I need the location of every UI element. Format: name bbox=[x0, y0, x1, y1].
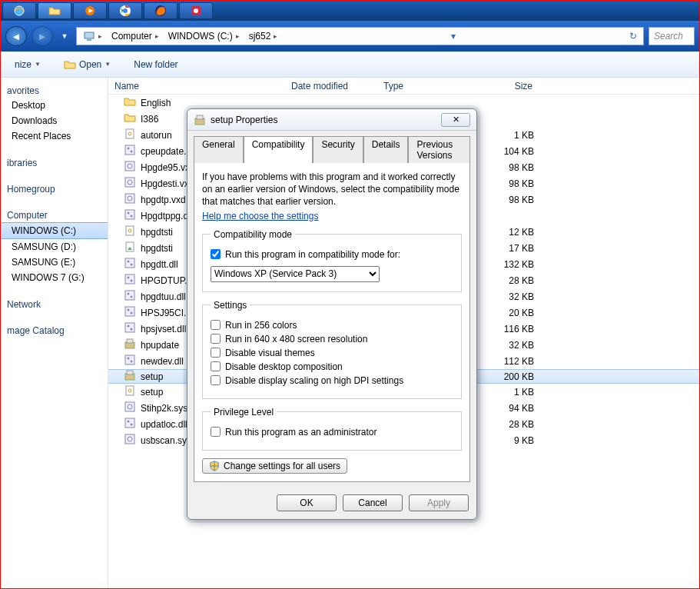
legend-settings: Settings bbox=[211, 300, 250, 311]
taskbar-explorer[interactable] bbox=[38, 2, 71, 19]
nav-header-libraries: ibraries bbox=[1, 153, 108, 170]
svg-point-29 bbox=[131, 264, 133, 266]
svg-rect-43 bbox=[127, 339, 133, 343]
tab-previous-versions[interactable]: Previous Versions bbox=[408, 136, 470, 163]
dialog-titlebar[interactable]: setup Properties ✕ bbox=[187, 109, 476, 131]
file-icon bbox=[124, 241, 136, 255]
sidebar-item-desktop[interactable]: Desktop bbox=[1, 98, 108, 113]
apply-button[interactable]: Apply bbox=[409, 494, 469, 511]
svg-rect-12 bbox=[125, 145, 134, 155]
lbl-admin: Run this program as an administrator bbox=[225, 427, 377, 438]
installer-icon bbox=[194, 114, 206, 126]
breadcrumb-item[interactable]: WINDOWS (C:)▸ bbox=[164, 28, 244, 45]
open-button[interactable]: Open ▼ bbox=[58, 55, 117, 74]
tab-security[interactable]: Security bbox=[313, 136, 363, 163]
taskbar-wmp[interactable] bbox=[73, 2, 107, 19]
cb-640[interactable] bbox=[211, 334, 221, 344]
sidebar-item-recent[interactable]: Recent Places bbox=[1, 128, 108, 144]
newfolder-button[interactable]: New folder bbox=[128, 56, 184, 73]
file-name: hpgdtt.dll bbox=[141, 259, 178, 270]
properties-dialog: setup Properties ✕ General Compatibility… bbox=[187, 108, 477, 520]
organize-button[interactable]: nize ▼ bbox=[8, 56, 47, 73]
col-date[interactable]: Date modified bbox=[285, 81, 377, 92]
file-name: hpgdtsti bbox=[141, 243, 173, 254]
file-icon bbox=[124, 225, 136, 239]
folder-icon bbox=[48, 5, 61, 17]
col-name[interactable]: Name bbox=[108, 81, 285, 92]
svg-point-35 bbox=[131, 296, 133, 298]
taskbar-chrome[interactable] bbox=[108, 2, 142, 19]
breadcrumb-root[interactable]: ▸ bbox=[78, 28, 107, 45]
cancel-button[interactable]: Cancel bbox=[343, 494, 403, 511]
back-button[interactable]: ◄ bbox=[5, 26, 27, 46]
file-icon bbox=[124, 384, 136, 399]
search-input[interactable]: Search bbox=[649, 27, 695, 45]
legend-compat: Compatibility mode bbox=[211, 229, 295, 240]
tab-details[interactable]: Details bbox=[363, 136, 409, 163]
file-icon bbox=[124, 111, 136, 126]
sidebar-item-downloads[interactable]: Downloads bbox=[1, 113, 108, 128]
svg-rect-30 bbox=[125, 275, 134, 284]
cb-256[interactable] bbox=[211, 320, 221, 330]
file-name: I386 bbox=[141, 114, 158, 125]
file-icon bbox=[124, 354, 136, 368]
sidebar-item-drive-d[interactable]: SAMSUNG (D:) bbox=[1, 239, 108, 255]
group-privilege: Privilege Level Run this program as an a… bbox=[202, 407, 462, 451]
file-size: 98 KB bbox=[485, 195, 539, 205]
cb-visual[interactable] bbox=[211, 348, 221, 358]
breadcrumb-item[interactable]: Computer▸ bbox=[107, 28, 164, 45]
forward-button[interactable]: ► bbox=[32, 26, 53, 46]
svg-rect-8 bbox=[85, 32, 94, 38]
col-type[interactable]: Type bbox=[377, 81, 485, 92]
cb-dpi[interactable] bbox=[211, 375, 221, 385]
btn-all-users[interactable]: Change settings for all users bbox=[202, 458, 347, 474]
sidebar-item-drive-e[interactable]: SAMSUNG (E:) bbox=[1, 255, 108, 270]
sidebar-item-drive-g[interactable]: WINDOWS 7 (G:) bbox=[1, 270, 108, 285]
taskbar-snagit[interactable] bbox=[179, 2, 213, 19]
help-link[interactable]: Help me choose the settings bbox=[202, 211, 318, 221]
file-icon bbox=[124, 208, 136, 223]
svg-rect-48 bbox=[127, 371, 133, 374]
file-name: hpsjvset.dll bbox=[141, 324, 186, 334]
breadcrumb[interactable]: ▸ Computer▸ WINDOWS (C:)▸ sj652▸ ▾ ↻ bbox=[76, 27, 644, 45]
toolbar: nize ▼ Open ▼ New folder bbox=[1, 52, 699, 78]
file-icon bbox=[124, 289, 136, 304]
address-dropdown[interactable]: ▾ bbox=[446, 31, 460, 42]
column-headers[interactable]: Name Date modified Type Size bbox=[108, 78, 699, 95]
dialog-title: setup Properties bbox=[211, 115, 277, 125]
file-size: 32 KB bbox=[485, 340, 539, 351]
combo-os[interactable]: Windows XP (Service Pack 3) bbox=[211, 266, 380, 282]
tab-compatibility[interactable]: Compatibility bbox=[244, 136, 314, 163]
cb-run-compat[interactable] bbox=[211, 249, 221, 259]
svg-rect-36 bbox=[125, 307, 134, 316]
lbl-640: Run in 640 x 480 screen resolution bbox=[225, 334, 367, 344]
file-icon bbox=[124, 433, 136, 448]
file-size: 17 KB bbox=[485, 243, 539, 254]
svg-point-13 bbox=[128, 148, 130, 150]
svg-rect-19 bbox=[125, 194, 134, 203]
breadcrumb-item[interactable]: sj652▸ bbox=[244, 28, 283, 45]
lbl-run-compat: Run this program in compatibility mode f… bbox=[225, 249, 400, 260]
taskbar-firefox[interactable] bbox=[144, 2, 177, 19]
file-icon bbox=[124, 144, 136, 158]
tab-general[interactable]: General bbox=[194, 136, 244, 163]
sidebar-item-drive-c[interactable]: WINDOWS (C:) bbox=[1, 222, 108, 239]
file-icon bbox=[124, 128, 136, 142]
svg-point-32 bbox=[131, 280, 133, 282]
svg-point-34 bbox=[128, 293, 130, 295]
taskbar-ie[interactable] bbox=[2, 2, 36, 19]
svg-rect-33 bbox=[125, 291, 134, 300]
file-name: hpgdtsti bbox=[141, 227, 173, 238]
svg-rect-49 bbox=[126, 386, 134, 395]
close-button[interactable]: ✕ bbox=[441, 113, 470, 127]
ok-button[interactable]: OK bbox=[277, 494, 337, 511]
file-size: 28 KB bbox=[485, 275, 539, 286]
cb-admin[interactable] bbox=[211, 427, 221, 437]
refresh-button[interactable]: ↻ bbox=[625, 31, 642, 42]
history-dropdown[interactable]: ▼ bbox=[58, 29, 71, 43]
file-icon bbox=[124, 257, 136, 271]
file-icon bbox=[124, 401, 136, 415]
col-size[interactable]: Size bbox=[485, 81, 539, 92]
lbl-256: Run in 256 colors bbox=[225, 320, 297, 331]
cb-composition[interactable] bbox=[211, 361, 221, 371]
